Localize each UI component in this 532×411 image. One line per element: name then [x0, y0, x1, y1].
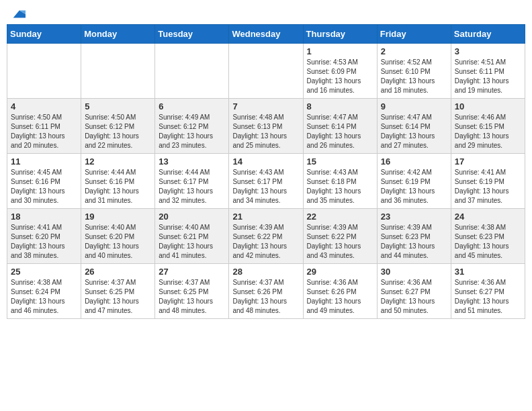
calendar-cell: 3Sunrise: 4:51 AM Sunset: 6:11 PM Daylig…: [451, 44, 525, 99]
day-info: Sunrise: 4:37 AM Sunset: 6:25 PM Dayligh…: [85, 278, 151, 316]
header-friday: Friday: [377, 25, 451, 44]
day-number: 30: [381, 267, 447, 277]
calendar-cell: 23Sunrise: 4:39 AM Sunset: 6:23 PM Dayli…: [377, 209, 451, 264]
calendar-table: SundayMondayTuesdayWednesdayThursdayFrid…: [7, 24, 525, 319]
calendar-cell: 29Sunrise: 4:36 AM Sunset: 6:26 PM Dayli…: [303, 264, 377, 319]
calendar-cell: 21Sunrise: 4:39 AM Sunset: 6:22 PM Dayli…: [229, 209, 303, 264]
day-number: 6: [159, 101, 225, 111]
day-number: 27: [159, 267, 225, 277]
header-wednesday: Wednesday: [229, 25, 303, 44]
calendar-week-4: 18Sunrise: 4:41 AM Sunset: 6:20 PM Dayli…: [7, 209, 525, 264]
header-thursday: Thursday: [303, 25, 377, 44]
day-number: 16: [381, 156, 447, 167]
day-info: Sunrise: 4:48 AM Sunset: 6:13 PM Dayligh…: [232, 113, 299, 150]
day-info: Sunrise: 4:40 AM Sunset: 6:20 PM Dayligh…: [85, 223, 151, 261]
calendar-week-5: 25Sunrise: 4:38 AM Sunset: 6:24 PM Dayli…: [7, 264, 525, 319]
day-info: Sunrise: 4:41 AM Sunset: 6:19 PM Dayligh…: [455, 168, 521, 205]
day-number: 25: [11, 267, 77, 277]
calendar-cell: [81, 44, 155, 99]
calendar-cell: 27Sunrise: 4:37 AM Sunset: 6:25 PM Dayli…: [155, 264, 229, 319]
day-number: 12: [85, 156, 151, 167]
day-number: 22: [307, 212, 373, 222]
day-number: 9: [381, 101, 447, 111]
calendar-cell: 20Sunrise: 4:40 AM Sunset: 6:21 PM Dayli…: [155, 209, 229, 264]
day-number: 26: [85, 267, 151, 277]
logo: [9, 7, 26, 19]
calendar-cell: 2Sunrise: 4:52 AM Sunset: 6:10 PM Daylig…: [377, 44, 451, 99]
day-number: 2: [381, 46, 447, 56]
calendar-cell: 4Sunrise: 4:50 AM Sunset: 6:11 PM Daylig…: [7, 99, 81, 154]
calendar-cell: 9Sunrise: 4:47 AM Sunset: 6:14 PM Daylig…: [377, 99, 451, 154]
day-info: Sunrise: 4:36 AM Sunset: 6:26 PM Dayligh…: [307, 278, 373, 316]
calendar-header-row: SundayMondayTuesdayWednesdayThursdayFrid…: [7, 25, 525, 44]
day-info: Sunrise: 4:42 AM Sunset: 6:19 PM Dayligh…: [381, 168, 447, 205]
calendar-cell: [155, 44, 229, 99]
calendar-cell: 17Sunrise: 4:41 AM Sunset: 6:19 PM Dayli…: [451, 154, 525, 209]
day-info: Sunrise: 4:40 AM Sunset: 6:21 PM Dayligh…: [159, 223, 225, 261]
page-header: [7, 7, 525, 19]
day-info: Sunrise: 4:51 AM Sunset: 6:11 PM Dayligh…: [455, 58, 521, 95]
calendar-week-1: 1Sunrise: 4:53 AM Sunset: 6:09 PM Daylig…: [7, 44, 525, 99]
calendar-cell: 28Sunrise: 4:37 AM Sunset: 6:26 PM Dayli…: [229, 264, 303, 319]
header-monday: Monday: [81, 25, 155, 44]
day-info: Sunrise: 4:37 AM Sunset: 6:26 PM Dayligh…: [232, 278, 299, 316]
day-info: Sunrise: 4:44 AM Sunset: 6:16 PM Dayligh…: [85, 168, 151, 205]
calendar-cell: 7Sunrise: 4:48 AM Sunset: 6:13 PM Daylig…: [229, 99, 303, 154]
calendar-cell: 8Sunrise: 4:47 AM Sunset: 6:14 PM Daylig…: [303, 99, 377, 154]
day-number: 29: [307, 267, 373, 277]
day-number: 4: [11, 101, 77, 111]
day-number: 8: [307, 101, 373, 111]
header-saturday: Saturday: [451, 25, 525, 44]
day-info: Sunrise: 4:36 AM Sunset: 6:27 PM Dayligh…: [455, 278, 521, 316]
day-info: Sunrise: 4:47 AM Sunset: 6:14 PM Dayligh…: [381, 113, 447, 150]
calendar-cell: 24Sunrise: 4:38 AM Sunset: 6:23 PM Dayli…: [451, 209, 525, 264]
calendar-cell: 15Sunrise: 4:43 AM Sunset: 6:18 PM Dayli…: [303, 154, 377, 209]
day-number: 17: [455, 156, 521, 167]
calendar-cell: 13Sunrise: 4:44 AM Sunset: 6:17 PM Dayli…: [155, 154, 229, 209]
calendar-cell: 6Sunrise: 4:49 AM Sunset: 6:12 PM Daylig…: [155, 99, 229, 154]
calendar-cell: 30Sunrise: 4:36 AM Sunset: 6:27 PM Dayli…: [377, 264, 451, 319]
calendar-cell: 1Sunrise: 4:53 AM Sunset: 6:09 PM Daylig…: [303, 44, 377, 99]
calendar-week-3: 11Sunrise: 4:45 AM Sunset: 6:16 PM Dayli…: [7, 154, 525, 209]
calendar-week-2: 4Sunrise: 4:50 AM Sunset: 6:11 PM Daylig…: [7, 99, 525, 154]
calendar-cell: 25Sunrise: 4:38 AM Sunset: 6:24 PM Dayli…: [7, 264, 81, 319]
day-info: Sunrise: 4:39 AM Sunset: 6:23 PM Dayligh…: [381, 223, 447, 261]
day-info: Sunrise: 4:36 AM Sunset: 6:27 PM Dayligh…: [381, 278, 447, 316]
day-number: 21: [232, 212, 299, 222]
day-info: Sunrise: 4:44 AM Sunset: 6:17 PM Dayligh…: [159, 168, 225, 205]
calendar-cell: 12Sunrise: 4:44 AM Sunset: 6:16 PM Dayli…: [81, 154, 155, 209]
calendar-cell: 26Sunrise: 4:37 AM Sunset: 6:25 PM Dayli…: [81, 264, 155, 319]
calendar-cell: [7, 44, 81, 99]
calendar-cell: 16Sunrise: 4:42 AM Sunset: 6:19 PM Dayli…: [377, 154, 451, 209]
day-info: Sunrise: 4:37 AM Sunset: 6:25 PM Dayligh…: [159, 278, 225, 316]
calendar-cell: 22Sunrise: 4:39 AM Sunset: 6:22 PM Dayli…: [303, 209, 377, 264]
day-info: Sunrise: 4:43 AM Sunset: 6:18 PM Dayligh…: [307, 168, 373, 205]
calendar-cell: 5Sunrise: 4:50 AM Sunset: 6:12 PM Daylig…: [81, 99, 155, 154]
day-number: 3: [455, 46, 521, 56]
day-number: 11: [11, 156, 77, 167]
day-info: Sunrise: 4:39 AM Sunset: 6:22 PM Dayligh…: [307, 223, 373, 261]
calendar-cell: 31Sunrise: 4:36 AM Sunset: 6:27 PM Dayli…: [451, 264, 525, 319]
day-number: 28: [232, 267, 299, 277]
day-number: 1: [307, 46, 373, 56]
day-number: 15: [307, 156, 373, 167]
day-info: Sunrise: 4:39 AM Sunset: 6:22 PM Dayligh…: [232, 223, 299, 261]
day-number: 5: [85, 101, 151, 111]
header-sunday: Sunday: [7, 25, 81, 44]
calendar-cell: 11Sunrise: 4:45 AM Sunset: 6:16 PM Dayli…: [7, 154, 81, 209]
calendar-cell: 14Sunrise: 4:43 AM Sunset: 6:17 PM Dayli…: [229, 154, 303, 209]
day-number: 19: [85, 212, 151, 222]
day-info: Sunrise: 4:38 AM Sunset: 6:24 PM Dayligh…: [11, 278, 77, 316]
calendar-cell: 19Sunrise: 4:40 AM Sunset: 6:20 PM Dayli…: [81, 209, 155, 264]
day-info: Sunrise: 4:45 AM Sunset: 6:16 PM Dayligh…: [11, 168, 77, 205]
day-info: Sunrise: 4:49 AM Sunset: 6:12 PM Dayligh…: [159, 113, 225, 150]
day-number: 23: [381, 212, 447, 222]
calendar-cell: 10Sunrise: 4:46 AM Sunset: 6:15 PM Dayli…: [451, 99, 525, 154]
calendar-cell: 18Sunrise: 4:41 AM Sunset: 6:20 PM Dayli…: [7, 209, 81, 264]
day-info: Sunrise: 4:50 AM Sunset: 6:12 PM Dayligh…: [85, 113, 151, 150]
day-info: Sunrise: 4:41 AM Sunset: 6:20 PM Dayligh…: [11, 223, 77, 261]
day-number: 20: [159, 212, 225, 222]
day-number: 24: [455, 212, 521, 222]
day-number: 10: [455, 101, 521, 111]
day-info: Sunrise: 4:46 AM Sunset: 6:15 PM Dayligh…: [455, 113, 521, 150]
